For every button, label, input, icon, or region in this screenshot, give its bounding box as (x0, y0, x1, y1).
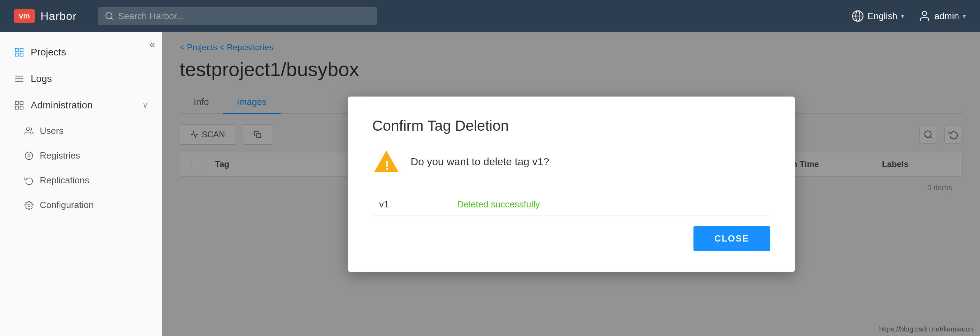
modal-footer: CLOSE (372, 226, 770, 251)
administration-chevron-icon: ∨ (142, 101, 148, 110)
administration-icon (14, 100, 24, 111)
svg-point-19 (28, 154, 30, 157)
sidebar-item-logs[interactable]: Logs (0, 65, 162, 92)
close-modal-button[interactable]: CLOSE (694, 226, 770, 251)
search-icon (105, 11, 114, 21)
app-name: Harbor (40, 10, 77, 23)
svg-point-17 (26, 128, 29, 131)
top-navigation: vm Harbor English ▾ admin ▾ (0, 0, 980, 32)
registries-icon (24, 151, 33, 160)
sidebar-item-configuration[interactable]: Configuration (0, 193, 162, 217)
svg-rect-8 (15, 53, 19, 57)
username-label: admin (934, 11, 959, 22)
configuration-icon (24, 201, 33, 210)
lang-chevron-icon: ▾ (901, 12, 904, 20)
svg-point-0 (106, 13, 112, 19)
language-selector[interactable]: English ▾ (851, 10, 904, 22)
language-label: English (868, 11, 897, 22)
configuration-label: Configuration (40, 200, 94, 211)
projects-icon (14, 47, 24, 57)
app-logo: vm Harbor (14, 9, 77, 23)
sidebar-item-registries[interactable]: Registries (0, 143, 162, 168)
user-chevron-icon: ▾ (963, 12, 966, 20)
users-label: Users (40, 125, 64, 136)
sidebar-item-users[interactable]: Users (0, 119, 162, 143)
user-menu[interactable]: admin ▾ (918, 10, 966, 22)
replications-label: Replications (40, 175, 89, 186)
modal-question: Do you want to delete tag v1? (411, 148, 549, 170)
svg-point-5 (923, 11, 927, 16)
main-content: < Projects < Repositories testproject1/b… (162, 32, 980, 336)
administration-label: Administration (31, 100, 92, 111)
warning-icon: ! (372, 148, 400, 176)
sidebar-item-projects[interactable]: Projects (0, 39, 162, 65)
users-icon (24, 127, 33, 136)
svg-point-20 (28, 204, 30, 206)
modal-title: Confirm Tag Deletion (372, 117, 770, 134)
registries-label: Registries (40, 150, 80, 161)
search-input[interactable] (118, 11, 370, 22)
sidebar-projects-label: Projects (31, 47, 66, 58)
nav-right: English ▾ admin ▾ (851, 10, 966, 22)
svg-text:!: ! (385, 158, 389, 173)
svg-line-1 (111, 18, 113, 19)
svg-rect-9 (20, 53, 23, 57)
app-body: « Projects Logs Administration ∨ (0, 32, 980, 336)
svg-rect-7 (20, 48, 23, 52)
tag-value: v1 (372, 193, 450, 216)
svg-rect-15 (15, 106, 19, 109)
table-row: v1 Deleted successfully (372, 193, 770, 216)
svg-point-18 (25, 152, 33, 160)
logs-icon (14, 73, 24, 84)
svg-rect-14 (20, 101, 23, 105)
modal-body: ! Do you want to delete tag v1? (372, 148, 770, 176)
globe-icon (851, 10, 864, 22)
svg-rect-13 (15, 101, 19, 105)
sidebar-logs-label: Logs (31, 73, 52, 84)
deletion-result-table: v1 Deleted successfully (372, 193, 770, 216)
confirm-deletion-modal: Confirm Tag Deletion ! Do you want to de… (348, 97, 795, 272)
modal-overlay: Confirm Tag Deletion ! Do you want to de… (162, 32, 980, 336)
user-icon (918, 10, 931, 22)
svg-rect-16 (20, 106, 23, 109)
delete-status: Deleted successfully (450, 193, 770, 216)
sidebar-item-replications[interactable]: Replications (0, 168, 162, 193)
replications-icon (24, 176, 33, 185)
sidebar: « Projects Logs Administration ∨ (0, 32, 162, 336)
vm-logo: vm (14, 9, 35, 23)
sidebar-collapse-button[interactable]: « (150, 39, 155, 50)
sidebar-item-administration[interactable]: Administration ∨ (0, 92, 162, 119)
search-bar[interactable] (98, 7, 377, 25)
svg-rect-6 (15, 48, 19, 52)
